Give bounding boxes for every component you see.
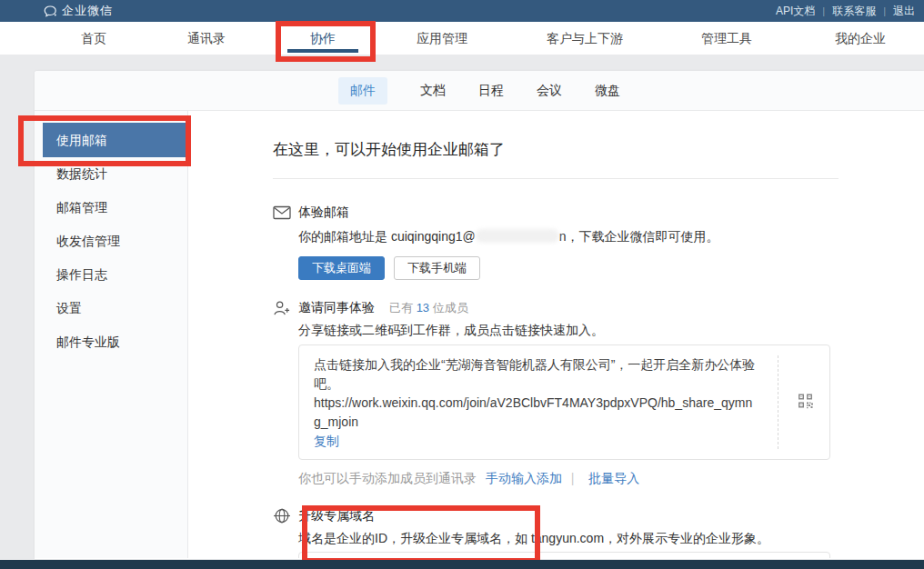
tab-drive[interactable]: 微盘 xyxy=(595,77,620,105)
batch-import-link[interactable]: 批量导入 xyxy=(588,471,639,485)
sidebar-item-statistics[interactable]: 数据统计 xyxy=(35,157,187,191)
nav-item-customers[interactable]: 客户与上下游 xyxy=(547,22,623,55)
active-nav-indicator xyxy=(287,49,358,53)
share-invite-url: https://work.weixin.qq.com/join/aV2BClbv… xyxy=(314,394,757,432)
mailbox-address-line: 你的邮箱地址是 cuiqingqing1@n，下载企业微信即可使用。 xyxy=(298,228,924,245)
envelope-icon xyxy=(273,205,291,220)
tab-docs[interactable]: 文档 xyxy=(420,77,446,105)
tab-mail[interactable]: 邮件 xyxy=(338,77,387,105)
share-link-box: 点击链接加入我的企业“芜湖海音智能机器人有限公司”，一起开启全新办公体验吧。 h… xyxy=(298,344,830,460)
mailbox-address-prefix: 你的邮箱地址是 cuiqingqing1@ xyxy=(298,229,476,244)
person-add-icon xyxy=(273,300,291,316)
manual-add-line: 你也可以手动添加成员到通讯录 手动输入添加 | 批量导入 xyxy=(298,471,924,487)
app-logo: 企业微信 xyxy=(44,3,113,19)
nav-item-home[interactable]: 首页 xyxy=(81,22,106,55)
top-bar: 企业微信 API文档 | 联系客服 | 退出 xyxy=(0,0,924,22)
page-title: 在这里，可以开始使用企业邮箱了 xyxy=(273,138,924,162)
card-body: 使用邮箱 数据统计 邮箱管理 收发信管理 操作日志 设置 邮件专业版 在这里，可… xyxy=(35,111,924,558)
logout-link[interactable]: 退出 xyxy=(893,4,915,19)
content-card: 邮件 文档 日程 会议 微盘 使用邮箱 数据统计 邮箱管理 收发信管理 操作日志… xyxy=(35,71,924,559)
download-mobile-button[interactable]: 下载手机端 xyxy=(394,256,480,280)
manual-add-link[interactable]: 手动输入添加 xyxy=(486,471,562,485)
domain-description: 域名是企业的ID，升级企业专属域名，如 tangyun.com，对外展示专业的企… xyxy=(298,530,924,547)
copy-link[interactable]: 复制 xyxy=(314,434,339,450)
sidebar-item-mailbox-management[interactable]: 邮箱管理 xyxy=(35,191,187,225)
separator: | xyxy=(571,471,575,485)
share-invite-text: 点击链接加入我的企业“芜湖海音智能机器人有限公司”，一起开启全新办公体验吧。 xyxy=(314,355,757,394)
nav-item-admin-tools[interactable]: 管理工具 xyxy=(701,22,752,55)
section-invite-colleagues: 邀请同事体验 已有 13 位成员 分享链接或二维码到工作群，成员点击链接快速加入… xyxy=(273,300,924,487)
separator: | xyxy=(883,5,886,16)
main-content: 在这里，可以开始使用企业邮箱了 体验邮箱 你的邮箱地址是 cuiqingqing… xyxy=(188,111,924,558)
section-experience-mailbox: 体验邮箱 你的邮箱地址是 cuiqingqing1@n，下载企业微信即可使用。 … xyxy=(273,205,924,280)
section-custom-domain: 升级专属域名 域名是企业的ID，升级企业专属域名，如 tangyun.com，对… xyxy=(273,507,924,558)
sidebar-item-operation-logs[interactable]: 操作日志 xyxy=(35,258,187,292)
sidebar-item-mail-pro[interactable]: 邮件专业版 xyxy=(35,325,187,359)
separator: | xyxy=(822,5,825,16)
member-count-number: 13 xyxy=(417,301,429,314)
sub-tabs: 邮件 文档 日程 会议 微盘 xyxy=(35,71,924,111)
topbar-links: API文档 | 联系客服 | 退出 xyxy=(776,4,915,19)
section-title: 升级专属域名 xyxy=(298,508,375,524)
chat-bubble-icon xyxy=(44,5,57,17)
section-title: 体验邮箱 xyxy=(298,205,349,221)
api-docs-link[interactable]: API文档 xyxy=(776,4,815,19)
nav-item-app-management[interactable]: 应用管理 xyxy=(417,22,467,55)
app-logo-text: 企业微信 xyxy=(62,3,113,19)
footer-bar xyxy=(0,560,924,569)
sidebar-item-send-receive-management[interactable]: 收发信管理 xyxy=(35,225,187,258)
sidebar-item-use-mailbox[interactable]: 使用邮箱 xyxy=(43,123,187,157)
section-title: 邀请同事体验 xyxy=(298,300,375,316)
contact-support-link[interactable]: 联系客服 xyxy=(832,4,876,19)
sidebar-item-settings[interactable]: 设置 xyxy=(35,292,187,325)
dashed-divider xyxy=(778,355,778,449)
manual-add-hint: 你也可以手动添加成员到通讯录 xyxy=(298,471,477,485)
tab-meeting[interactable]: 会议 xyxy=(537,77,562,105)
mailbox-address-suffix: n，下载企业微信即可使用。 xyxy=(559,229,719,244)
tab-schedule[interactable]: 日程 xyxy=(478,77,504,105)
globe-icon xyxy=(273,507,291,524)
screen: 企业微信 API文档 | 联系客服 | 退出 首页 通讯录 协作 应用管理 客户… xyxy=(0,0,924,569)
main-nav: 首页 通讯录 协作 应用管理 客户与上下游 管理工具 我的企业 xyxy=(0,22,924,55)
download-desktop-button[interactable]: 下载桌面端 xyxy=(298,256,385,280)
invite-description: 分享链接或二维码到工作群，成员点击链接快速加入。 xyxy=(298,322,924,339)
nav-item-contacts[interactable]: 通讯录 xyxy=(187,22,226,55)
nav-item-my-company[interactable]: 我的企业 xyxy=(835,22,886,55)
divider xyxy=(273,178,839,179)
sidebar: 使用邮箱 数据统计 邮箱管理 收发信管理 操作日志 设置 邮件专业版 xyxy=(35,111,188,558)
redacted-email-domain xyxy=(476,229,559,243)
current-domain-box: 当前域名：n.com 配置 xyxy=(298,552,830,558)
member-count: 已有 13 位成员 xyxy=(389,300,468,316)
qr-code-icon[interactable] xyxy=(798,393,813,412)
